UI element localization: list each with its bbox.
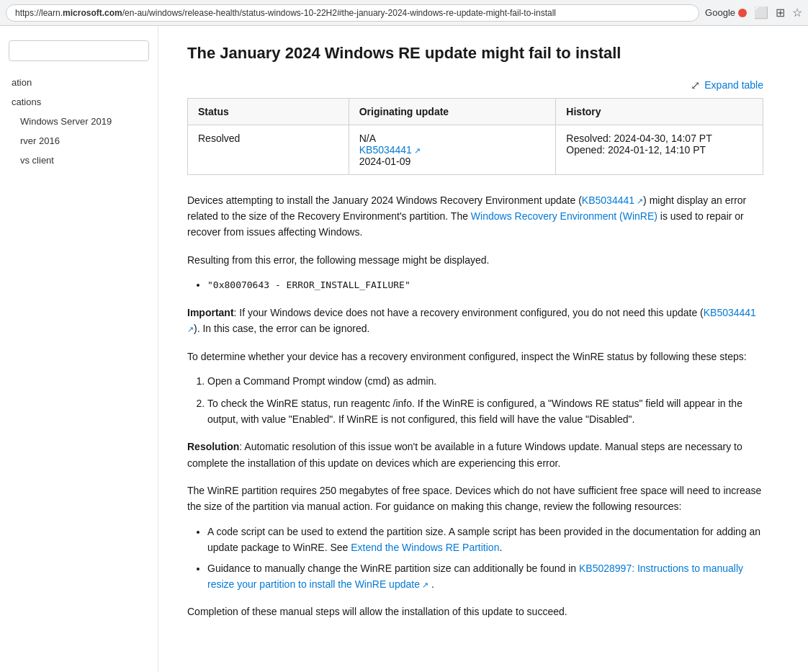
grid-icon[interactable]: ⊞ (776, 6, 785, 19)
resolution-section: Resolution: Automatic resolution of this… (187, 439, 763, 471)
google-button[interactable]: Google (705, 7, 747, 18)
history-opened: Opened: 2024-01-12, 14:10 PT (566, 144, 706, 156)
expand-table-row: ⤢ Expand table (187, 79, 763, 92)
expand-table-button[interactable]: Expand table (704, 79, 763, 91)
resource-item-1: A code script can be used to extend the … (207, 524, 763, 556)
important-label: Important (187, 307, 234, 318)
step-1: Open a Command Prompt window (cmd) as ad… (207, 373, 763, 389)
favorite-icon[interactable]: ☆ (792, 6, 802, 19)
steps-list: Open a Command Prompt window (cmd) as ad… (207, 373, 763, 427)
sidebar: ation cations Windows Server 2019 rver 2… (0, 26, 158, 672)
sidebar-item-label: cations (12, 97, 41, 107)
originating-kb-link[interactable]: KB5034441 (359, 144, 421, 156)
resource-item-2: Guidance to manually change the WinRE pa… (207, 560, 763, 593)
sidebar-item-server-2016[interactable]: rver 2016 (0, 131, 158, 151)
main-content: The January 2024 Windows RE update might… (158, 26, 792, 672)
page-layout: ation cations Windows Server 2019 rver 2… (0, 26, 808, 672)
steps-intro-text: To determine whether your device has a r… (187, 349, 763, 364)
sidebar-item-ation[interactable]: ation (0, 73, 158, 92)
table-header-originating: Originating update (349, 98, 556, 125)
resolution-text: Resolution: Automatic resolution of this… (187, 439, 763, 471)
sidebar-item-label: vs client (20, 155, 54, 166)
reader-mode-icon[interactable]: ⬜ (754, 6, 768, 19)
intro-text: Devices attempting to install the Januar… (187, 192, 763, 241)
originating-date: 2024-01-09 (359, 156, 411, 167)
important-section: Important: If your Windows device does n… (187, 305, 763, 337)
resolution-label: Resolution (187, 441, 239, 452)
sidebar-item-vs-client[interactable]: vs client (0, 151, 158, 170)
intro-paragraph: Devices attempting to install the Januar… (187, 192, 763, 241)
sidebar-item-label: rver 2016 (20, 135, 60, 146)
resource-1-link[interactable]: Extend the Windows RE Partition (351, 542, 499, 553)
url-suffix: /en-au/windows/release-health/status-win… (122, 8, 556, 18)
resolution-body: : Automatic resolution of this issue won… (187, 441, 742, 468)
table-header-status: Status (188, 98, 349, 125)
important-before: : If your Windows device does not have a… (234, 307, 704, 318)
resource-2-before: Guidance to manually change the WinRE pa… (207, 563, 579, 574)
sidebar-search-input[interactable] (9, 40, 149, 61)
status-table: Status Originating update History Resolv… (187, 98, 763, 175)
expand-icon: ⤢ (691, 79, 700, 92)
intro-kb-link[interactable]: KB5034441 (582, 194, 643, 206)
browser-icons: Google ⬜ ⊞ ☆ (705, 6, 802, 19)
sidebar-item-label: Windows Server 2019 (20, 116, 112, 127)
error-code: "0x80070643 - ERROR_INSTALL_FAILURE" (207, 279, 410, 290)
important-text: Important: If your Windows device does n… (187, 305, 763, 337)
table-cell-status: Resolved (188, 125, 349, 174)
completion-section: Completion of these manual steps will al… (187, 604, 763, 619)
page-title: The January 2024 Windows RE update might… (187, 43, 763, 64)
error-intro-text: Resulting from this error, the following… (187, 252, 763, 268)
url-domain: microsoft.com (63, 8, 122, 18)
important-end: ). In this case, the error can be ignore… (194, 323, 369, 334)
browser-bar: https://learn.microsoft.com/en-au/window… (0, 0, 808, 26)
sidebar-item-server-2019[interactable]: Windows Server 2019 (0, 112, 158, 131)
history-resolved: Resolved: 2024-04-30, 14:07 PT (566, 133, 712, 144)
table-header-history: History (556, 98, 763, 125)
partition-text: The WinRE partition requires 250 megabyt… (187, 483, 763, 515)
url-prefix: https://learn. (15, 8, 63, 18)
resource-1-after: . (499, 542, 502, 553)
sidebar-item-cations[interactable]: cations (0, 92, 158, 112)
table-header-row: Status Originating update History (188, 98, 763, 125)
error-section: Resulting from this error, the following… (187, 252, 763, 293)
completion-text: Completion of these manual steps will al… (187, 604, 763, 619)
google-label: Google (705, 7, 735, 18)
steps-section: To determine whether your device has a r… (187, 349, 763, 428)
intro-before: Devices attempting to install the Januar… (187, 194, 582, 206)
table-cell-originating: N/A KB5034441 2024-01-09 (349, 125, 556, 174)
table-cell-history: Resolved: 2024-04-30, 14:07 PT Opened: 2… (556, 125, 763, 174)
step-2: To check the WinRE status, run reagentc … (207, 395, 763, 428)
resource-2-after: . (428, 578, 434, 590)
google-dot-icon (738, 9, 747, 17)
originating-na: N/A (359, 133, 376, 144)
error-list: "0x80070643 - ERROR_INSTALL_FAILURE" (207, 277, 763, 293)
sidebar-item-label: ation (12, 77, 32, 88)
error-code-item: "0x80070643 - ERROR_INSTALL_FAILURE" (207, 277, 763, 293)
partition-section: The WinRE partition requires 250 megabyt… (187, 483, 763, 592)
sidebar-search-area (0, 40, 158, 73)
winre-link[interactable]: Windows Recovery Environment (WinRE) (471, 210, 657, 222)
table-row: Resolved N/A KB5034441 2024-01-09 Resolv… (188, 125, 763, 174)
resources-list: A code script can be used to extend the … (207, 524, 763, 593)
address-bar[interactable]: https://learn.microsoft.com/en-au/window… (6, 4, 699, 22)
